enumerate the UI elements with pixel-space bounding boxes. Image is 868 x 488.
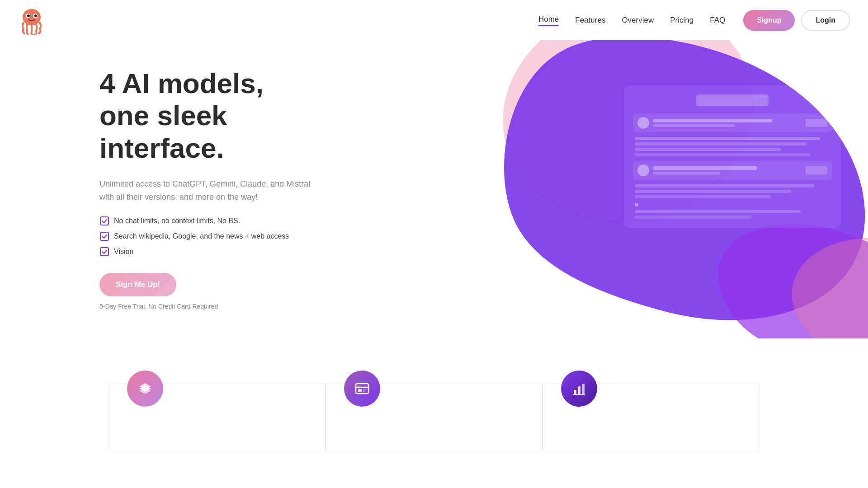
svg-rect-20	[582, 384, 585, 394]
svg-point-0	[23, 9, 41, 25]
check-icon-3	[99, 247, 109, 257]
nav-buttons: Signup Login	[743, 10, 850, 31]
nav-features[interactable]: Features	[575, 16, 605, 25]
svg-rect-10	[100, 232, 108, 240]
feature-card-3	[542, 384, 760, 451]
svg-rect-15	[358, 389, 362, 392]
feature-list: No chat limits, no context limits, No BS…	[99, 216, 326, 257]
bottom-features	[0, 375, 868, 451]
check-icon-2	[99, 231, 109, 241]
svg-point-5	[24, 18, 28, 20]
nav-overview[interactable]: Overview	[622, 16, 654, 25]
feature-icon-chart	[561, 371, 597, 407]
svg-point-6	[35, 18, 39, 20]
feature-item-1: No chat limits, no context limits, No BS…	[99, 216, 326, 226]
navbar: Home Features Overview Pricing FAQ Signu…	[0, 0, 868, 40]
hero-subtitle: Unlimited access to ChatGPT, Gemini, Cla…	[99, 178, 326, 204]
svg-rect-18	[574, 390, 576, 394]
feature-icon-layers	[127, 371, 163, 407]
svg-point-3	[27, 14, 30, 17]
svg-point-4	[34, 14, 37, 17]
svg-rect-12	[356, 384, 368, 394]
logo[interactable]	[18, 5, 45, 35]
hero-title: 4 AI models, one sleek interface.	[99, 67, 326, 164]
feature-card-2	[326, 384, 542, 451]
logo-icon	[18, 5, 45, 35]
hero-section: 4 AI models, one sleek interface. Unlimi…	[0, 40, 868, 347]
signup-button[interactable]: Signup	[743, 10, 795, 31]
login-button[interactable]: Login	[801, 10, 850, 31]
svg-rect-9	[100, 217, 108, 225]
svg-rect-11	[100, 248, 108, 256]
nav-faq[interactable]: FAQ	[710, 16, 725, 25]
feature-card-1	[108, 384, 326, 451]
nav-links: Home Features Overview Pricing FAQ	[538, 15, 725, 26]
feature-icon-browser	[344, 371, 380, 407]
nav-pricing[interactable]: Pricing	[670, 16, 693, 25]
feature-item-2: Search wikipedia, Google, and the news +…	[99, 231, 326, 241]
svg-rect-19	[578, 386, 580, 394]
nav-home[interactable]: Home	[538, 15, 559, 26]
feature-item-3: Vision	[99, 247, 326, 257]
app-preview	[624, 85, 841, 228]
trial-text: 5-Day Free Trial, No Credit Card Require…	[99, 303, 326, 310]
hero-content: 4 AI models, one sleek interface. Unlimi…	[99, 67, 326, 310]
sign-me-up-button[interactable]: Sign Me Up!	[99, 273, 176, 296]
check-icon-1	[99, 216, 109, 226]
